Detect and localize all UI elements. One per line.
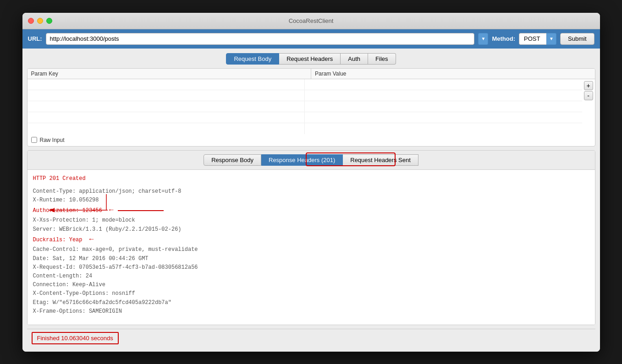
headers-container: Content-Type: application/json; charset=… (33, 187, 589, 316)
param-key-cell[interactable] (28, 112, 305, 123)
tab-response-headers[interactable]: Response Headers (201) (261, 154, 343, 166)
tab-request-headers-sent[interactable]: Request Headers Sent (343, 154, 418, 166)
method-display: POST (519, 33, 546, 45)
param-row (28, 101, 582, 112)
status-box: Finished 10.063040 seconds (32, 332, 119, 344)
response-tab-bar: Response Body Response Headers (201) Req… (28, 151, 595, 170)
param-actions: + - (582, 79, 595, 134)
header-line: X-Runtime: 10.056298 (33, 196, 589, 205)
app-window: CocoaRestClient URL: ▼ Method: POST ▼ Su… (22, 13, 600, 352)
minimize-button[interactable] (37, 18, 43, 24)
header-line: X-Frame-Options: SAMEORIGIN (33, 307, 589, 316)
param-header: Param Key Param Value (28, 69, 595, 79)
traffic-lights (28, 18, 52, 24)
header-line: Connection: Keep-Alive (33, 281, 589, 289)
header-line: Content-Type: application/json; charset=… (33, 187, 589, 196)
param-row (28, 112, 582, 123)
param-value-cell[interactable] (305, 79, 582, 90)
arrow-annotation (325, 150, 362, 154)
raw-input-row: Raw Input (28, 134, 595, 146)
method-group: POST ▼ (519, 33, 556, 45)
url-input[interactable] (46, 33, 475, 45)
toolbar: URL: ▼ Method: POST ▼ Submit (22, 29, 600, 49)
title-bar: CocoaRestClient (22, 13, 600, 29)
tab-auth[interactable]: Auth (341, 53, 368, 65)
close-button[interactable] (28, 18, 34, 24)
header-line: Content-Length: 24 (33, 272, 589, 281)
param-add-button[interactable]: + (584, 81, 593, 90)
url-label: URL: (28, 35, 42, 42)
method-label: Method: (492, 35, 515, 42)
param-key-cell[interactable] (28, 101, 305, 112)
param-value-cell[interactable] (305, 90, 582, 101)
raw-input-label: Raw Input (40, 137, 65, 143)
param-row (28, 90, 582, 101)
param-key-header: Param Key (28, 69, 312, 79)
tab-response-body[interactable]: Response Body (204, 154, 261, 166)
response-section: Response Body Response Headers (201) Req… (27, 150, 595, 325)
header-line: Etag: W/"e5716c66c4bfa2dc5fcd405a9222db7… (33, 299, 589, 307)
content-area: Request Body Request Headers Auth Files … (22, 49, 600, 352)
header-line: Cache-Control: max-age=0, private, must-… (33, 245, 589, 254)
header-line: X-Xss-Protection: 1; mode=block (33, 216, 589, 225)
window-title: CocoaRestClient (289, 17, 334, 24)
tab-request-headers[interactable]: Request Headers (279, 53, 341, 65)
response-body-content: HTTP 201 Created Content-Type: applica (28, 170, 595, 325)
request-tab-bar: Request Body Request Headers Auth Files (27, 53, 595, 65)
method-dropdown-button[interactable]: ▼ (546, 33, 556, 45)
param-value-cell[interactable] (305, 123, 582, 134)
header-authorization: Authorization: 123456 ← (33, 205, 589, 217)
tab-files[interactable]: Files (368, 53, 396, 65)
param-rows (28, 79, 582, 134)
param-value-cell[interactable] (305, 101, 582, 112)
param-row (28, 123, 582, 134)
header-line: Server: WEBrick/1.3.1 (Ruby/2.2.1/2015-0… (33, 225, 589, 234)
maximize-button[interactable] (46, 18, 52, 24)
status-bar: Finished 10.063040 seconds (27, 329, 595, 347)
header-line: X-Request-Id: 07053e15-a57f-4cf3-b7ad-08… (33, 263, 589, 272)
url-dropdown-button[interactable]: ▼ (478, 33, 488, 45)
param-value-header: Param Value (311, 69, 595, 79)
param-key-cell[interactable] (28, 90, 305, 101)
param-key-cell[interactable] (28, 123, 305, 134)
param-row (28, 79, 582, 90)
param-key-cell[interactable] (28, 79, 305, 90)
param-panel: Param Key Param Value (27, 68, 595, 147)
raw-input-checkbox[interactable] (31, 137, 37, 143)
tab-request-body[interactable]: Request Body (226, 53, 279, 65)
submit-button[interactable]: Submit (560, 33, 594, 45)
param-value-cell[interactable] (305, 112, 582, 123)
http-status: HTTP 201 Created (33, 175, 589, 182)
param-rows-wrapper: + - (28, 79, 595, 134)
header-duckrails: Duckrails: Yeap ← (33, 234, 589, 246)
param-remove-button[interactable]: - (584, 91, 593, 100)
header-line: Date: Sat, 12 Mar 2016 00:44:26 GMT (33, 255, 589, 263)
header-line: X-Content-Type-Options: nosniff (33, 289, 589, 298)
status-text: Finished 10.063040 seconds (37, 335, 113, 342)
